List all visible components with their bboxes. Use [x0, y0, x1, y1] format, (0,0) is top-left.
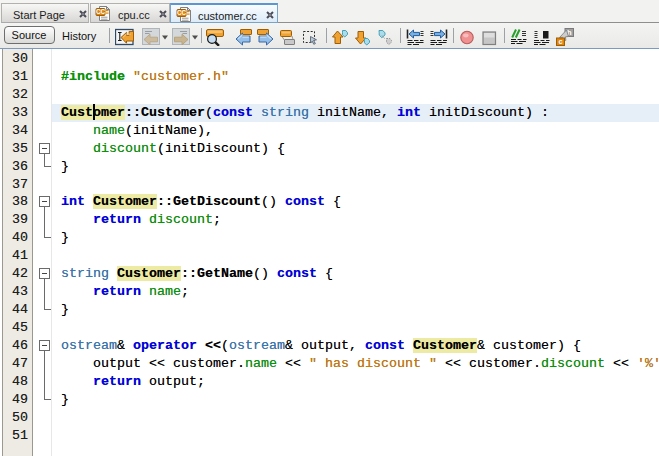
svg-text:CC: CC — [177, 9, 187, 16]
svg-text:CC: CC — [96, 8, 106, 15]
svg-text:c: c — [558, 37, 562, 46]
